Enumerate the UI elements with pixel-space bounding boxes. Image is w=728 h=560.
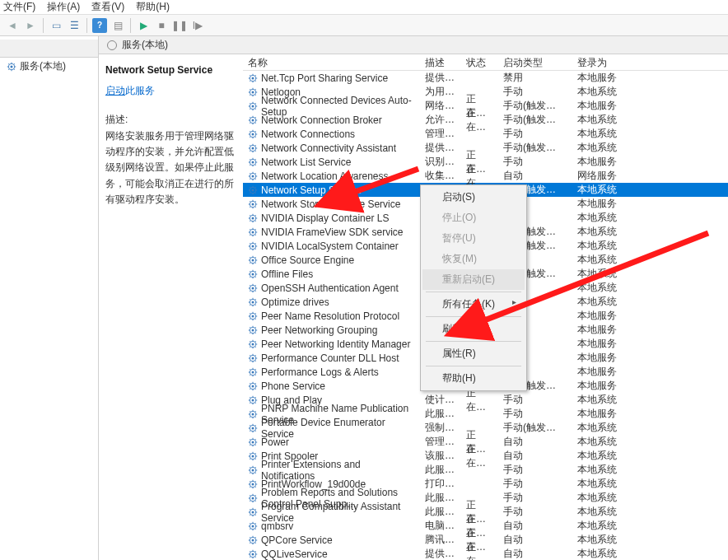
service-row[interactable]: Net.Tcp Port Sharing Service提供…禁用本地服务 xyxy=(243,71,728,85)
svg-point-37 xyxy=(252,315,254,317)
service-status xyxy=(461,133,498,136)
ctx-refresh[interactable]: 刷新(F) xyxy=(422,319,525,339)
service-name: NVIDIA LocalSystem Container xyxy=(261,240,399,252)
service-desc: 提供… xyxy=(420,545,461,560)
col-name[interactable]: 名称 xyxy=(243,54,420,70)
tb-window-icon[interactable]: ▭ xyxy=(49,18,63,33)
ctx-start[interactable]: 启动(S) xyxy=(422,187,525,208)
back-icon[interactable]: ◄ xyxy=(5,18,20,33)
service-name: QPCore Service xyxy=(261,534,333,546)
gear-icon xyxy=(248,521,258,531)
service-startup: 自动 xyxy=(498,545,572,560)
ctx-resume: 恢复(M) xyxy=(422,249,525,269)
detail-action: 启动此服务 xyxy=(105,84,236,98)
service-name: Peer Networking Grouping xyxy=(261,324,377,336)
gear-icon xyxy=(248,507,258,517)
service-status xyxy=(461,413,498,416)
service-name: Network Connections xyxy=(261,128,355,140)
service-status xyxy=(461,483,498,486)
service-name: Phone Service xyxy=(261,380,325,392)
svg-point-35 xyxy=(252,301,254,303)
svg-point-53 xyxy=(252,427,254,429)
gear-icon xyxy=(248,325,258,335)
service-name: Network List Service xyxy=(261,156,351,168)
play-icon[interactable]: ▶ xyxy=(136,18,151,33)
col-logon[interactable]: 登录为 xyxy=(572,54,638,70)
service-name: Performance Counter DLL Host xyxy=(261,352,399,364)
svg-point-21 xyxy=(252,203,254,205)
ctx-help[interactable]: 帮助(H) xyxy=(422,368,525,389)
gear-icon xyxy=(248,129,258,139)
service-name: Peer Name Resolution Protocol xyxy=(261,310,399,322)
svg-point-67 xyxy=(252,525,254,527)
col-status[interactable]: 状态 xyxy=(461,54,498,70)
restart-icon[interactable]: I▶ xyxy=(190,18,205,33)
gear-icon xyxy=(248,339,258,349)
svg-point-45 xyxy=(252,371,254,373)
detail-pane: Network Setup Service 启动此服务 描述: 网络安装服务用于… xyxy=(99,54,243,560)
menu-help[interactable]: 帮助(H) xyxy=(136,0,170,14)
svg-point-19 xyxy=(252,189,254,191)
menu-file[interactable]: 文件(F) xyxy=(3,0,35,14)
gear-icon xyxy=(248,101,258,111)
tab-label: 服务(本地) xyxy=(99,36,728,54)
svg-point-71 xyxy=(252,553,254,555)
svg-point-7 xyxy=(252,105,254,107)
service-name: Power xyxy=(261,436,289,448)
gear-icon xyxy=(248,269,258,279)
desc-text: 网络安装服务用于管理网络驱动程序的安装，并允许配置低级别网络设置。如果停止此服务… xyxy=(105,128,236,208)
ctx-restart: 重新启动(E) xyxy=(422,269,525,290)
gear-icon xyxy=(248,283,258,293)
pause-icon[interactable]: ❚❚ xyxy=(172,18,187,33)
svg-point-47 xyxy=(252,385,254,387)
svg-point-31 xyxy=(252,273,254,275)
service-status xyxy=(461,77,498,80)
service-name: qmbsrv xyxy=(261,520,293,532)
tb-help-icon[interactable]: ? xyxy=(92,18,107,33)
gear-icon xyxy=(248,465,258,475)
svg-point-43 xyxy=(252,357,254,359)
service-name: QQLiveService xyxy=(261,548,328,560)
service-row[interactable]: QQLiveService提供…正在…自动本地系统 xyxy=(243,547,728,560)
gear-icon xyxy=(248,213,258,223)
search-icon xyxy=(107,40,117,50)
svg-point-11 xyxy=(252,133,254,135)
column-headers: 名称 描述 状态 启动类型 登录为 xyxy=(243,54,728,71)
forward-icon[interactable]: ► xyxy=(23,18,38,33)
service-row[interactable]: Network Location Awareness收集…正在…自动网络服务 xyxy=(243,169,728,183)
service-name: NVIDIA FrameView SDK service xyxy=(261,226,404,238)
start-service-link[interactable]: 启动 xyxy=(105,85,125,96)
ctx-properties[interactable]: 属性(R) xyxy=(422,343,525,364)
detail-title: Network Setup Service xyxy=(105,64,236,76)
service-status: 正在… xyxy=(461,105,498,136)
svg-point-33 xyxy=(252,287,254,289)
svg-point-39 xyxy=(252,329,254,331)
svg-point-27 xyxy=(252,245,254,247)
desc-label: 描述: xyxy=(105,113,236,127)
svg-point-55 xyxy=(252,441,254,443)
gear-icon xyxy=(248,297,258,307)
service-name: NVIDIA Display Container LS xyxy=(261,212,389,224)
toolbar: ◄ ► ▭ ☰ ? ▤ ▶ ■ ❚❚ I▶ xyxy=(0,15,728,36)
tree-root-label: 服务(本地) xyxy=(20,59,66,73)
tb-filter-icon[interactable]: ☰ xyxy=(67,18,82,33)
gear-icon xyxy=(248,171,258,181)
ctx-alltasks[interactable]: 所有任务(K) xyxy=(422,294,525,315)
service-name: Peer Networking Identity Manager xyxy=(261,338,410,350)
col-desc[interactable]: 描述 xyxy=(420,54,461,70)
stop-icon[interactable]: ■ xyxy=(154,18,169,33)
col-startup[interactable]: 启动类型 xyxy=(498,54,572,70)
service-status: 正在… xyxy=(461,441,498,472)
gear-icon xyxy=(248,535,258,545)
service-status xyxy=(461,469,498,472)
service-row[interactable]: Network Connection Broker允许…正在…手动(触发…本地系… xyxy=(243,113,728,127)
menu-view[interactable]: 查看(V) xyxy=(91,0,124,14)
menu-action[interactable]: 操作(A) xyxy=(47,0,80,14)
svg-point-15 xyxy=(252,161,254,163)
service-name: Offline Files xyxy=(261,268,313,280)
tree-root-item[interactable]: 服务(本地) xyxy=(0,58,98,75)
tb-list-icon[interactable]: ▤ xyxy=(110,18,125,33)
svg-point-23 xyxy=(252,217,254,219)
svg-point-9 xyxy=(252,119,254,121)
gear-icon xyxy=(248,381,258,391)
